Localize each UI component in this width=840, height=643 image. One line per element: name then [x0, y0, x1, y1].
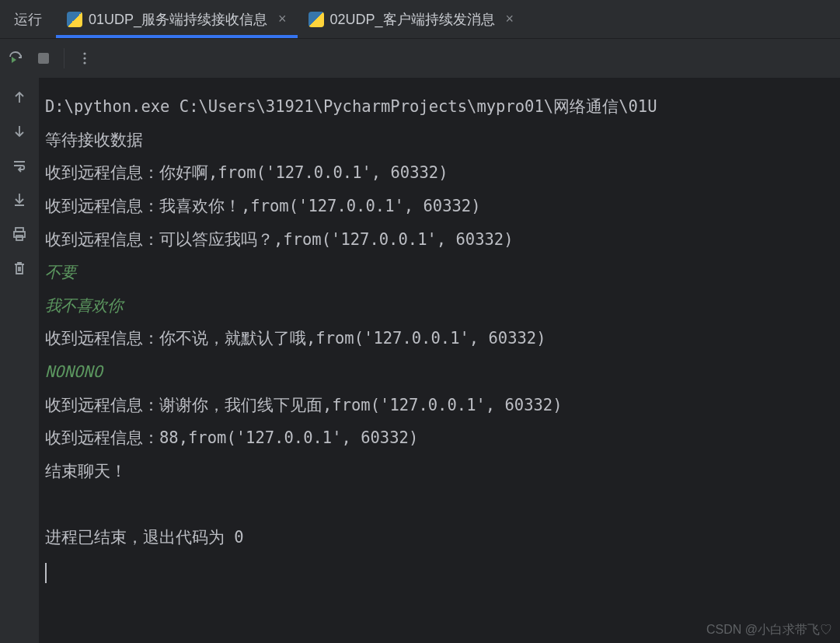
close-icon[interactable]: × — [506, 11, 514, 27]
down-arrow-icon[interactable] — [11, 123, 28, 140]
console-line — [45, 488, 834, 522]
run-toolbar — [0, 39, 840, 78]
console-line: 不要 — [45, 256, 834, 289]
more-icon[interactable] — [77, 51, 92, 66]
console-line: 收到远程信息：我喜欢你！,from('127.0.0.1', 60332) — [45, 190, 834, 223]
console-line: 收到远程信息：你不说，就默认了哦,from('127.0.0.1', 60332… — [45, 322, 834, 355]
console-line: 收到远程信息：88,from('127.0.0.1', 60332) — [45, 421, 834, 455]
svg-rect-0 — [38, 53, 49, 64]
divider — [64, 48, 64, 68]
svg-point-1 — [83, 52, 85, 54]
soft-wrap-icon[interactable] — [11, 157, 28, 174]
run-panel-label: 运行 — [0, 0, 56, 38]
watermark: CSDN @小白求带飞♡ — [706, 622, 832, 638]
console-line: 结束聊天！ — [45, 455, 834, 488]
console-line: 进程已结束，退出代码为 0 — [45, 521, 834, 554]
svg-point-3 — [83, 61, 85, 64]
console-output[interactable]: D:\python.exe C:\Users\31921\PycharmProj… — [39, 78, 840, 643]
stop-icon[interactable] — [36, 51, 51, 66]
tab-server[interactable]: 01UDP_服务端持续接收信息 × — [56, 0, 298, 38]
trash-icon[interactable] — [11, 260, 28, 277]
console-line: NONONO — [45, 355, 834, 389]
close-icon[interactable]: × — [278, 11, 287, 27]
console-line: 收到远程信息：你好啊,from('127.0.0.1', 60332) — [45, 156, 834, 190]
svg-point-2 — [83, 57, 85, 59]
caret — [45, 563, 47, 583]
up-arrow-icon[interactable] — [11, 89, 28, 106]
console-line: D:\python.exe C:\Users\31921\PycharmProj… — [45, 90, 834, 124]
console-line: 我不喜欢你 — [45, 289, 834, 323]
tab-client[interactable]: 02UDP_客户端持续发消息 × — [298, 0, 525, 38]
rerun-icon[interactable] — [8, 51, 23, 66]
side-toolbar — [0, 78, 39, 643]
console-line: 收到远程信息：可以答应我吗？,from('127.0.0.1', 60332) — [45, 223, 834, 257]
print-icon[interactable] — [11, 225, 28, 243]
svg-rect-6 — [16, 236, 23, 240]
scroll-to-end-icon[interactable] — [11, 191, 28, 208]
tab-label: 01UDP_服务端持续接收信息 — [89, 10, 267, 29]
python-icon — [67, 12, 82, 27]
python-icon — [308, 12, 324, 27]
tab-bar: 运行 01UDP_服务端持续接收信息 × 02UDP_客户端持续发消息 × — [0, 0, 840, 39]
console-line: 等待接收数据 — [45, 124, 834, 157]
tab-label: 02UDP_客户端持续发消息 — [330, 10, 495, 29]
console-line: 收到远程信息：谢谢你，我们线下见面,from('127.0.0.1', 6033… — [45, 389, 834, 422]
